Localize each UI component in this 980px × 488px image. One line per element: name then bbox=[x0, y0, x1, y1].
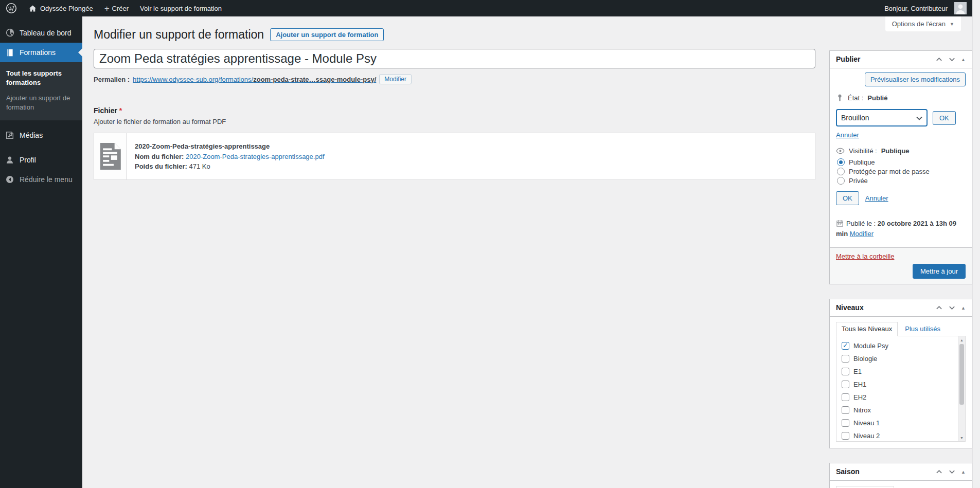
permalink-link[interactable]: https://www.odyssee-sub.org/formations/z… bbox=[133, 76, 376, 83]
tab-all-saison[interactable]: Tous les Saison bbox=[836, 486, 894, 488]
collapse-arrow-icon bbox=[5, 175, 15, 184]
document-icon bbox=[99, 143, 121, 170]
scroll-down-icon[interactable]: ▼ bbox=[958, 434, 965, 441]
status-select[interactable]: Brouillon bbox=[836, 109, 928, 126]
collapse-panel-icon[interactable]: ▲ bbox=[961, 57, 966, 62]
chevron-down-icon: ▼ bbox=[950, 22, 954, 27]
niveau-list-item[interactable]: ✓ EH2 bbox=[842, 391, 954, 404]
published-label: Publié le : bbox=[846, 220, 876, 227]
eye-icon bbox=[836, 148, 845, 154]
checkbox[interactable]: ✓ bbox=[842, 368, 849, 375]
radio-control[interactable] bbox=[837, 177, 845, 185]
visibility-cancel-link[interactable]: Annuler bbox=[865, 194, 888, 202]
visibility-radio-row[interactable]: Protégée par mot de passe bbox=[837, 168, 966, 175]
move-up-icon[interactable] bbox=[935, 56, 943, 63]
niveaux-panel-title: Niveaux bbox=[836, 303, 864, 312]
file-name-link[interactable]: 2020-Zoom-Peda-strategies-apprentissage.… bbox=[186, 153, 325, 160]
tab-most-used[interactable]: Plus utilisés bbox=[905, 325, 940, 336]
file-size-value: 471 Ko bbox=[189, 162, 210, 170]
sidebar-item-label: Tableau de bord bbox=[20, 28, 71, 38]
sidebar-item-label: Formations bbox=[20, 48, 56, 57]
move-down-icon[interactable] bbox=[948, 304, 956, 312]
checkbox[interactable]: ✓ bbox=[842, 381, 849, 388]
preview-changes-button[interactable]: Prévisualiser les modifications bbox=[865, 73, 966, 86]
sidebar-item-dashboard[interactable]: Tableau de bord bbox=[0, 23, 82, 43]
add-new-button[interactable]: Ajouter un support de formation bbox=[270, 28, 384, 41]
move-up-icon[interactable] bbox=[935, 468, 943, 476]
checkbox[interactable]: ✓ bbox=[842, 342, 849, 350]
publish-panel-title: Publier bbox=[836, 55, 860, 64]
checkbox[interactable]: ✓ bbox=[842, 355, 849, 363]
niveau-list-item[interactable]: ✓ Biologie bbox=[842, 352, 954, 365]
view-post-link[interactable]: Voir le support de formation bbox=[134, 0, 227, 16]
sidebar-item-formations[interactable]: Formations bbox=[0, 43, 82, 62]
collapse-panel-icon[interactable]: ▲ bbox=[961, 305, 966, 311]
niveau-list-item[interactable]: ✓ Module Psy bbox=[842, 339, 954, 352]
check-icon: ✓ bbox=[843, 342, 848, 349]
niveau-label: EH2 bbox=[853, 393, 866, 401]
title-input[interactable] bbox=[94, 49, 815, 68]
niveau-label: E1 bbox=[853, 368, 862, 375]
media-icon bbox=[5, 131, 15, 140]
checkbox[interactable]: ✓ bbox=[842, 406, 849, 414]
niveau-list-item[interactable]: ✓ Niveau 1 bbox=[842, 417, 954, 429]
file-field-label: Fichier bbox=[94, 106, 117, 115]
niveaux-panel: Niveaux ▲ Tous les Niveaux Plus utilisés bbox=[829, 299, 972, 448]
sidebar-item-profil[interactable]: Profil bbox=[0, 150, 82, 170]
checkbox[interactable]: ✓ bbox=[842, 432, 849, 440]
move-down-icon[interactable] bbox=[948, 56, 956, 63]
file-size-label: Poids du fichier: bbox=[135, 162, 187, 170]
visibility-radio-row[interactable]: Publique bbox=[837, 158, 966, 166]
scrollbar-thumb[interactable] bbox=[959, 344, 964, 405]
visibility-radio-row[interactable]: Privée bbox=[837, 177, 966, 185]
saison-panel-title: Saison bbox=[836, 467, 860, 476]
radio-label: Protégée par mot de passe bbox=[849, 168, 930, 175]
list-scrollbar[interactable]: ▲ ▼ bbox=[958, 336, 965, 441]
collapse-panel-icon[interactable]: ▲ bbox=[961, 469, 966, 475]
user-icon bbox=[5, 155, 15, 165]
submenu-item-add-support[interactable]: Ajouter un support de formation bbox=[0, 91, 82, 115]
admin-bar: Odyssée Plongée + Créer Voir le support … bbox=[0, 0, 972, 16]
page-scrollbar[interactable] bbox=[972, 0, 980, 488]
permalink-edit-button[interactable]: Modifier bbox=[379, 74, 412, 84]
sidebar-item-label: Profil bbox=[20, 155, 36, 165]
niveau-list-item[interactable]: ✓ EH1 bbox=[842, 378, 954, 391]
submenu-item-all-supports[interactable]: Tout les supports formations bbox=[0, 66, 82, 91]
status-value: Publié bbox=[867, 94, 887, 102]
status-label: État : bbox=[848, 94, 863, 102]
screen-options-button[interactable]: Options de l'écran ▼ bbox=[885, 16, 961, 31]
visibility-label: Visibilité : bbox=[849, 147, 877, 155]
avatar bbox=[954, 2, 967, 14]
saison-panel: Saison ▲ Tous les Saison Plus utilisés bbox=[829, 463, 972, 488]
checkbox[interactable]: ✓ bbox=[842, 393, 849, 401]
sidebar-item-label: Réduire le menu bbox=[20, 175, 73, 184]
new-content-menu[interactable]: + Créer bbox=[99, 0, 134, 16]
move-to-trash-link[interactable]: Mettre à la corbeille bbox=[836, 252, 894, 260]
file-box: 2020-Zoom-Peda-stratégies-apprentissage … bbox=[94, 133, 815, 180]
move-down-icon[interactable] bbox=[948, 468, 956, 476]
tab-all-niveaux[interactable]: Tous les Niveaux bbox=[836, 322, 898, 336]
niveaux-list: ✓ Module Psy ✓ Biologie ✓ E1 bbox=[842, 339, 954, 442]
edit-date-link[interactable]: Modifier bbox=[850, 230, 874, 238]
niveaux-list-box: ✓ Module Psy ✓ Biologie ✓ E1 bbox=[836, 336, 966, 442]
niveau-list-item[interactable]: ✓ Niveau 2 bbox=[842, 429, 954, 442]
radio-control[interactable] bbox=[837, 158, 845, 166]
radio-control[interactable] bbox=[837, 168, 845, 175]
scroll-up-icon[interactable]: ▲ bbox=[958, 336, 965, 344]
account-menu[interactable]: Bonjour, Contributeur bbox=[879, 0, 972, 16]
checkbox[interactable]: ✓ bbox=[842, 419, 849, 427]
move-up-icon[interactable] bbox=[935, 304, 943, 312]
niveau-list-item[interactable]: ✓ E1 bbox=[842, 365, 954, 378]
update-button[interactable]: Mettre à jour bbox=[913, 264, 966, 279]
status-select-value: Brouillon bbox=[841, 114, 869, 122]
status-cancel-link[interactable]: Annuler bbox=[836, 131, 859, 139]
sidebar-item-medias[interactable]: Médias bbox=[0, 125, 82, 145]
screen-options-label: Options de l'écran bbox=[892, 20, 946, 28]
niveau-list-item[interactable]: ✓ Nitrox bbox=[842, 404, 954, 417]
visibility-ok-button[interactable]: OK bbox=[836, 191, 859, 205]
status-ok-button[interactable]: OK bbox=[933, 111, 956, 125]
admin-menu: Tableau de bord Formations Tout les supp… bbox=[0, 16, 82, 488]
collapse-menu-button[interactable]: Réduire le menu bbox=[0, 170, 82, 189]
site-menu[interactable]: Odyssée Plongée bbox=[23, 0, 99, 16]
wordpress-logo-icon[interactable] bbox=[0, 0, 23, 16]
